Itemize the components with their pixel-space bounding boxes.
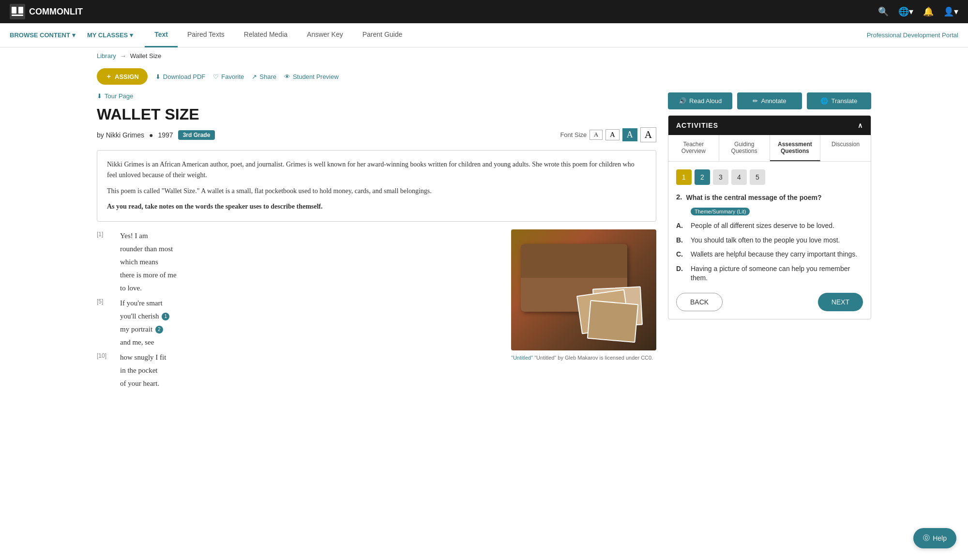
poem-author: by Nikki Grimes (97, 131, 144, 139)
content-tabs: Text Paired Texts Related Media Answer K… (145, 23, 412, 47)
choice-text-d: Having a picture of someone can help you… (691, 264, 863, 283)
intro-paragraph-2: This poem is called "Wallet Size." A wal… (107, 186, 646, 197)
poem-title: WALLET SIZE (97, 106, 656, 123)
browse-content-nav[interactable]: BROWSE CONTENT ▾ (10, 31, 76, 39)
choice-text-c: Wallets are helpful because they carry i… (691, 250, 857, 259)
question-number: 2. What is the central message of the po… (676, 193, 863, 203)
breadcrumb: Library → Wallet Size (0, 47, 968, 64)
poem-line: which means (120, 256, 177, 269)
user-icon[interactable]: 👤▾ (943, 6, 958, 17)
choice-text-b: You should talk often to the people you … (691, 236, 840, 245)
tour-page-link[interactable]: ⬇ Tour Page (97, 92, 656, 100)
poem-body: [1] Yes! I am rounder than most which me… (97, 229, 656, 392)
poem-line: my portrait 2 (120, 323, 169, 336)
font-size-medium[interactable]: A (605, 129, 620, 140)
poem-image-container: "Untitled" "Untitled" by Gleb Makarov is… (511, 229, 656, 392)
share-button[interactable]: ↗ Share (252, 73, 276, 80)
poem-line: you'll cherish 1 (120, 310, 169, 323)
navigation-buttons: BACK NEXT (676, 293, 863, 311)
secondary-nav-left: BROWSE CONTENT ▾ MY CLASSES ▾ Text Paire… (10, 23, 412, 47)
tab-assessment-questions[interactable]: Assessment Questions (770, 135, 821, 161)
intro-box: Nikki Grimes is an African American auth… (97, 150, 656, 222)
tab-paired-texts[interactable]: Paired Texts (178, 23, 234, 47)
read-aloud-button[interactable]: 🔊 Read Aloud (668, 92, 732, 109)
logo[interactable]: COMMONLIT (10, 4, 83, 19)
image-caption-link[interactable]: "Untitled" (511, 355, 533, 361)
choice-text-a: People of all different sizes deserve to… (691, 221, 834, 231)
search-icon[interactable]: 🔍 (878, 6, 889, 17)
left-panel: ⬇ Tour Page WALLET SIZE by Nikki Grimes … (97, 92, 656, 392)
poem-line: how snugly I fit (120, 351, 166, 364)
poem-image (511, 229, 656, 350)
heart-icon: ♡ (213, 73, 219, 80)
favorite-button[interactable]: ♡ Favorite (213, 73, 244, 80)
answer-choice-d[interactable]: D. Having a picture of someone can help … (676, 264, 863, 283)
breadcrumb-library[interactable]: Library (97, 52, 116, 60)
student-preview-button[interactable]: 👁 Student Preview (284, 73, 339, 80)
tab-teacher-overview[interactable]: Teacher Overview (668, 135, 719, 161)
tab-discussion[interactable]: Discussion (820, 135, 871, 161)
font-size-small[interactable]: A (590, 130, 603, 140)
font-size-large[interactable]: A (622, 128, 637, 141)
answer-choice-c[interactable]: C. Wallets are helpful because they carr… (676, 250, 863, 259)
page-num-1[interactable]: 1 (676, 169, 692, 185)
back-button[interactable]: BACK (676, 293, 723, 311)
image-caption: "Untitled" "Untitled" by Gleb Makarov is… (511, 353, 656, 363)
toolbar: ＋ ASSIGN ⬇ Download PDF ♡ Favorite ↗ Sha… (0, 64, 968, 89)
bell-icon[interactable]: 🔔 (923, 6, 934, 17)
poem-stanza-2: If you're smart you'll cherish 1 my port… (120, 297, 169, 349)
choice-letter-b: B. (676, 236, 686, 245)
poem-line: of your heart. (120, 377, 166, 390)
font-size-xlarge[interactable]: A (640, 127, 656, 142)
page-num-5[interactable]: 5 (750, 169, 765, 185)
poem-stanza-3: how snugly I fit in the pocket of your h… (120, 351, 166, 390)
breadcrumb-current: Wallet Size (130, 52, 162, 60)
globe-icon[interactable]: 🌐▾ (898, 6, 913, 17)
poem-line: If you're smart (120, 297, 169, 310)
line-num-10: [10] (97, 351, 116, 390)
answer-choices: A. People of all different sizes deserve… (676, 221, 863, 283)
poem-line: in the pocket (120, 364, 166, 377)
grade-badge: 3rd Grade (178, 130, 215, 140)
tab-answer-key[interactable]: Answer Key (297, 23, 353, 47)
poem-meta-dot: ● (149, 131, 153, 139)
annotation-1[interactable]: 1 (162, 313, 169, 320)
my-classes-nav[interactable]: MY CLASSES ▾ (87, 31, 133, 39)
translate-button[interactable]: 🌐 Translate (807, 92, 871, 109)
tab-related-media[interactable]: Related Media (234, 23, 297, 47)
font-size-controls: Font Size A A A A (560, 127, 656, 142)
answer-choice-a[interactable]: A. People of all different sizes deserve… (676, 221, 863, 231)
page-num-2[interactable]: 2 (695, 169, 710, 185)
annotate-button[interactable]: ✏ Annotate (737, 92, 802, 109)
translate-globe-icon: 🌐 (820, 97, 828, 105)
download-icon: ⬇ (155, 73, 161, 80)
pro-dev-link[interactable]: Professional Development Portal (867, 31, 958, 39)
answer-choice-b[interactable]: B. You should talk often to the people y… (676, 236, 863, 245)
page-num-4[interactable]: 4 (731, 169, 747, 185)
annotation-2[interactable]: 2 (155, 326, 163, 333)
tour-icon: ⬇ (97, 92, 102, 100)
page-numbers: 1 2 3 4 5 (676, 169, 863, 185)
choice-letter-c: C. (676, 250, 686, 259)
poem-lines: [1] Yes! I am rounder than most which me… (97, 229, 501, 392)
download-pdf-button[interactable]: ⬇ Download PDF (155, 73, 205, 80)
assign-button[interactable]: ＋ ASSIGN (97, 68, 148, 85)
tab-parent-guide[interactable]: Parent Guide (353, 23, 412, 47)
font-size-label: Font Size (560, 131, 587, 138)
collapse-icon[interactable]: ∧ (858, 121, 863, 129)
next-button[interactable]: NEXT (818, 293, 863, 311)
page-num-3[interactable]: 3 (713, 169, 728, 185)
tab-guiding-questions[interactable]: Guiding Questions (719, 135, 770, 161)
poem-line: Yes! I am (120, 229, 177, 242)
line-num-1: [1] (97, 229, 116, 295)
poem-meta: by Nikki Grimes ● 1997 3rd Grade Font Si… (97, 127, 656, 142)
action-buttons: 🔊 Read Aloud ✏ Annotate 🌐 Translate (668, 92, 871, 109)
tab-text[interactable]: Text (145, 23, 178, 47)
top-nav-icons: 🔍 🌐▾ 🔔 👤▾ (878, 6, 958, 17)
share-icon: ↗ (252, 73, 257, 80)
eye-icon: 👁 (284, 73, 290, 80)
dropdown-arrow-icon: ▾ (72, 31, 76, 39)
intro-paragraph-1: Nikki Grimes is an African American auth… (107, 159, 646, 181)
choice-letter-d: D. (676, 264, 686, 274)
poem-line: to love. (120, 282, 177, 295)
